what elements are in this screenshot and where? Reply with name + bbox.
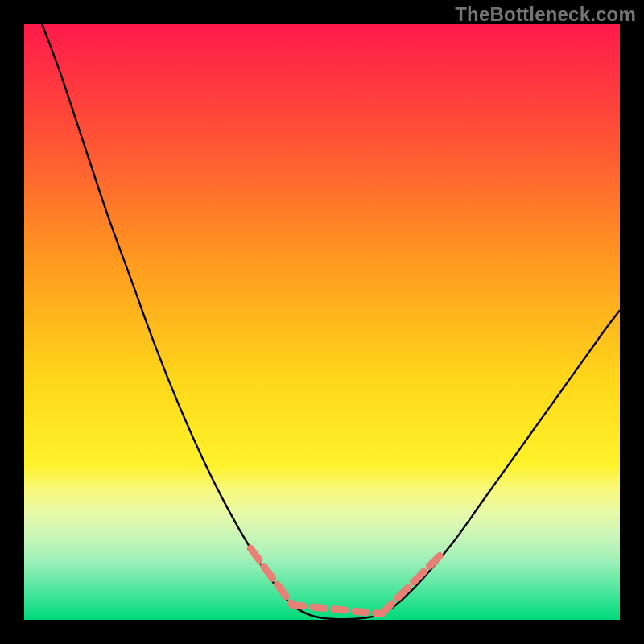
chart-svg bbox=[0, 0, 644, 644]
chart-container: TheBottleneck.com bbox=[0, 0, 644, 644]
watermark-text: TheBottleneck.com bbox=[455, 3, 636, 26]
plot-area bbox=[24, 24, 620, 620]
